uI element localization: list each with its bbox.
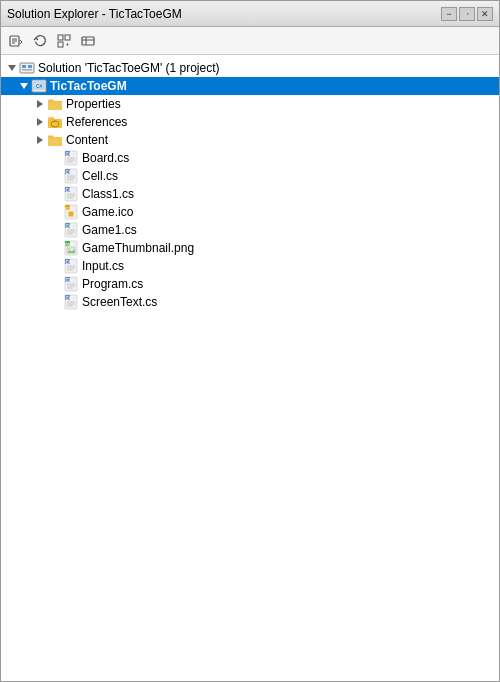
title-bar: Solution Explorer - TicTacToeGM − ⬝ ✕ [1,1,499,27]
gamethumbnail-png-item[interactable]: PNG GameThumbnail.png [1,239,499,257]
toolbar [1,27,499,55]
svg-rect-14 [28,65,32,68]
program-cs-label: Program.cs [82,277,143,291]
cs-icon-program: C# [63,276,79,292]
solution-label: Solution 'TicTacToeGM' (1 project) [38,61,220,75]
references-folder[interactable]: References [1,113,499,131]
svg-text:ICO: ICO [65,207,72,211]
game1-cs-placeholder [49,223,63,237]
game1-cs-item[interactable]: C# Game1.cs [1,221,499,239]
svg-rect-9 [82,37,94,45]
solution-icon [19,60,35,76]
project-node[interactable]: C# TicTacToeGM [1,77,499,95]
pin-button[interactable]: − [441,7,457,21]
cs-icon-class1: C# [63,186,79,202]
close-button[interactable]: ✕ [477,7,493,21]
refresh-button[interactable] [29,30,51,52]
svg-text:C#: C# [66,296,72,301]
class1-cs-item[interactable]: C# Class1.cs [1,185,499,203]
board-cs-item[interactable]: C# Board.cs [1,149,499,167]
properties-expand-icon [33,97,47,111]
board-cs-placeholder [49,151,63,165]
png-icon-gamethumbnail: PNG [63,240,79,256]
cell-cs-label: Cell.cs [82,169,118,183]
svg-rect-15 [22,69,32,71]
svg-rect-5 [65,35,70,40]
solution-tree: Solution 'TicTacToeGM' (1 project) C# Ti… [1,55,499,681]
solution-root[interactable]: Solution 'TicTacToeGM' (1 project) [1,59,499,77]
svg-text:C#: C# [66,224,72,229]
input-cs-item[interactable]: C# Input.cs [1,257,499,275]
svg-rect-42 [69,212,73,216]
svg-text:C#: C# [66,260,72,265]
board-cs-label: Board.cs [82,151,129,165]
properties-folder[interactable]: Properties [1,95,499,113]
minimize-button[interactable]: ⬝ [459,7,475,21]
cs-icon-board: C# [63,150,79,166]
cs-icon-input: C# [63,258,79,274]
svg-text:PNG: PNG [65,243,73,247]
screentext-cs-placeholder [49,295,63,309]
content-label: Content [66,133,108,147]
gamethumbnail-placeholder [49,241,63,255]
svg-point-53 [68,248,70,250]
svg-text:C#: C# [66,188,72,193]
title-bar-left: Solution Explorer - TicTacToeGM [7,7,182,21]
content-folder[interactable]: Content [1,131,499,149]
properties-label: Properties [66,97,121,111]
cs-icon-cell: C# [63,168,79,184]
svg-rect-4 [58,35,63,40]
svg-text:C#: C# [36,83,43,89]
input-cs-placeholder [49,259,63,273]
folder-icon-properties [47,96,63,112]
project-expand-icon [17,79,31,93]
folder-icon-references [47,114,63,130]
program-cs-item[interactable]: C# Program.cs [1,275,499,293]
cell-cs-placeholder [49,169,63,183]
references-expand-icon [33,115,47,129]
input-cs-label: Input.cs [82,259,124,273]
project-icon: C# [31,78,47,94]
solution-explorer-window: Solution Explorer - TicTacToeGM − ⬝ ✕ [0,0,500,682]
game-ico-placeholder [49,205,63,219]
cs-icon-game1: C# [63,222,79,238]
properties-button[interactable] [77,30,99,52]
svg-rect-6 [58,42,63,47]
svg-rect-13 [22,65,26,68]
screentext-cs-item[interactable]: C# ScreenText.cs [1,293,499,311]
window-title: Solution Explorer - TicTacToeGM [7,7,182,21]
class1-cs-label: Class1.cs [82,187,134,201]
game1-cs-label: Game1.cs [82,223,137,237]
collapse-all-button[interactable] [53,30,75,52]
cell-cs-item[interactable]: C# Cell.cs [1,167,499,185]
game-ico-label: Game.ico [82,205,133,219]
project-label: TicTacToeGM [50,79,127,93]
svg-text:C#: C# [66,170,72,175]
title-bar-controls: − ⬝ ✕ [441,7,493,21]
gamethumbnail-png-label: GameThumbnail.png [82,241,194,255]
screentext-cs-label: ScreenText.cs [82,295,157,309]
references-label: References [66,115,127,129]
program-cs-placeholder [49,277,63,291]
class1-cs-placeholder [49,187,63,201]
solution-expand-icon [5,61,19,75]
cs-icon-screentext: C# [63,294,79,310]
ico-icon-game: ICO [63,204,79,220]
folder-icon-content [47,132,63,148]
game-ico-item[interactable]: ICO Game.ico [1,203,499,221]
content-expand-icon [33,133,47,147]
sync-active-document-button[interactable] [5,30,27,52]
svg-text:C#: C# [66,152,72,157]
svg-text:C#: C# [66,278,72,283]
